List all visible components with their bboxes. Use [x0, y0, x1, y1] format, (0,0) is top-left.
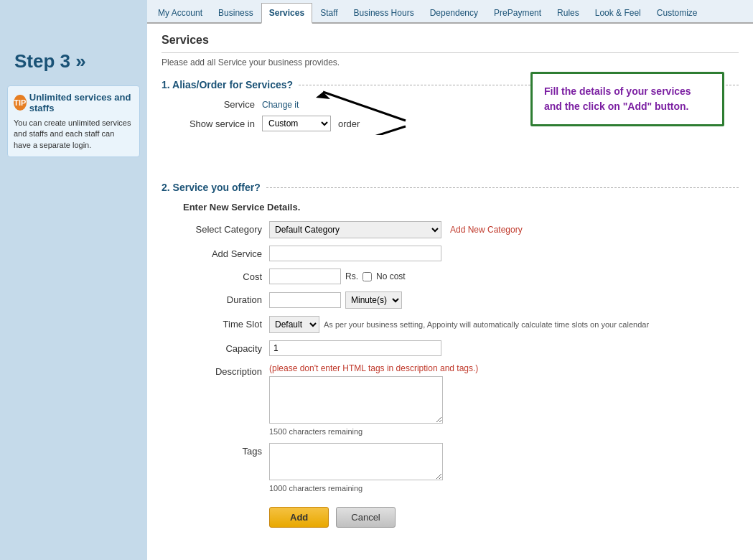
capacity-input[interactable]: [269, 340, 441, 356]
tab-staff[interactable]: Staff: [312, 3, 345, 22]
time-slot-group: Default Custom As per your business sett…: [269, 316, 649, 333]
page-title: Services: [162, 34, 739, 53]
add-new-category-link[interactable]: Add New Category: [450, 225, 523, 235]
tab-business-hours[interactable]: Business Hours: [346, 3, 422, 22]
add-service-row: Add Service: [162, 246, 739, 261]
service-section: 2. Service you offer? Enter New Service …: [162, 182, 739, 528]
tab-customize[interactable]: Customize: [649, 3, 706, 22]
time-slot-label: Time Slot: [183, 316, 269, 330]
tags-group: 1000 characters remaining: [269, 443, 443, 493]
duration-input[interactable]: [269, 292, 341, 308]
description-group: (please don't enter HTML tags in descrip…: [269, 363, 478, 436]
button-row: Add Cancel: [162, 507, 739, 528]
description-label: Description: [183, 363, 269, 377]
time-slot-row: Time Slot Default Custom As per your bus…: [162, 316, 739, 333]
tags-char-remaining: 1000 characters remaining: [269, 484, 443, 493]
arrow-svg: [183, 78, 470, 135]
sidebar: Step 3 » TIP Unlimited services and staf…: [0, 0, 147, 560]
tags-textarea[interactable]: [269, 443, 443, 480]
capacity-group: [269, 340, 441, 356]
tab-my-account[interactable]: My Account: [150, 3, 210, 22]
tags-label: Tags: [183, 443, 269, 457]
add-service-input[interactable]: [269, 246, 441, 261]
section2-label: 2. Service you offer?: [162, 182, 261, 193]
tab-dependency[interactable]: Dependency: [422, 3, 486, 22]
cost-group: Rs. No cost: [269, 269, 406, 284]
tooltip-box: Fill the details of your services and th…: [530, 72, 724, 126]
tab-rules[interactable]: Rules: [549, 3, 587, 22]
description-textarea[interactable]: [269, 376, 443, 424]
no-cost-checkbox[interactable]: [363, 272, 372, 281]
cost-label: Cost: [183, 269, 269, 282]
cost-input[interactable]: [269, 269, 341, 284]
duration-unit-select[interactable]: Minute(s) Hour(s): [345, 291, 402, 309]
select-category-group: Default Category Add New Category: [269, 221, 523, 238]
page-body: Services Please add all Service your bus…: [147, 24, 753, 560]
tab-services[interactable]: Services: [261, 3, 312, 24]
tab-look-&-feel[interactable]: Look & Feel: [587, 3, 649, 22]
add-service-group: [269, 246, 441, 261]
svg-line-2: [323, 126, 406, 135]
tab-nav: My AccountBusinessServicesStaffBusiness …: [147, 0, 753, 24]
duration-row: Duration Minute(s) Hour(s): [162, 291, 739, 309]
tip-text: You can create unlimited services and st…: [14, 118, 134, 151]
duration-label: Duration: [183, 291, 269, 305]
add-button[interactable]: Add: [269, 507, 329, 528]
section2-divider: [266, 187, 739, 188]
time-slot-note: As per your business setting, Appointy w…: [324, 320, 649, 329]
arrows-container: [183, 146, 739, 174]
tip-box: TIP Unlimited services and staffs You ca…: [7, 85, 140, 157]
rs-label: Rs.: [345, 271, 358, 281]
main-content: My AccountBusinessServicesStaffBusiness …: [147, 0, 753, 560]
tab-prepayment[interactable]: PrePayment: [486, 3, 549, 22]
select-category-label: Select Category: [183, 221, 269, 235]
step-label: Step 3 »: [7, 50, 140, 73]
capacity-label: Capacity: [183, 340, 269, 354]
description-note: (please don't enter HTML tags in descrip…: [269, 363, 478, 373]
time-slot-select[interactable]: Default Custom: [269, 316, 319, 333]
category-select[interactable]: Default Category: [269, 221, 441, 238]
tags-row: Tags 1000 characters remaining: [162, 443, 739, 493]
capacity-row: Capacity: [162, 340, 739, 356]
cost-row: Cost Rs. No cost: [162, 269, 739, 284]
add-service-label: Add Service: [183, 246, 269, 259]
section2-header: 2. Service you offer?: [162, 182, 739, 193]
page-subtitle: Please add all Service your business pro…: [162, 57, 739, 67]
select-category-row: Select Category Default Category Add New…: [162, 221, 739, 238]
tip-title: Unlimited services and staffs: [29, 92, 134, 113]
tip-badge: TIP: [14, 95, 27, 111]
desc-char-remaining: 1500 characters remaining: [269, 427, 478, 436]
description-row: Description (please don't enter HTML tag…: [162, 363, 739, 436]
tab-business[interactable]: Business: [210, 3, 261, 22]
cancel-button[interactable]: Cancel: [336, 507, 395, 528]
no-cost-label: No cost: [376, 271, 406, 281]
enter-details-title: Enter New Service Details.: [162, 202, 739, 213]
svg-line-0: [323, 92, 406, 121]
duration-group: Minute(s) Hour(s): [269, 291, 402, 309]
